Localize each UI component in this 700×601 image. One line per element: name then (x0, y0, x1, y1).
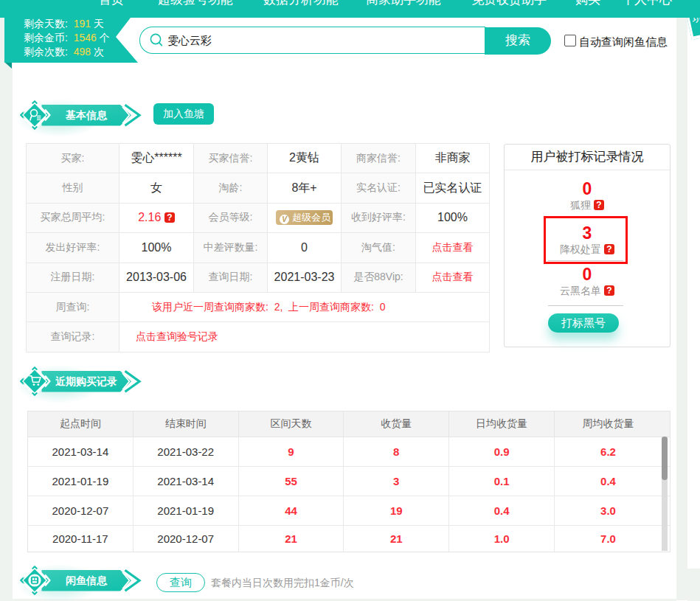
svg-text:近期购买记录: 近期购买记录 (55, 375, 117, 387)
svg-text:基本信息: 基本信息 (65, 109, 108, 121)
svg-text:闲鱼信息: 闲鱼信息 (66, 574, 108, 586)
